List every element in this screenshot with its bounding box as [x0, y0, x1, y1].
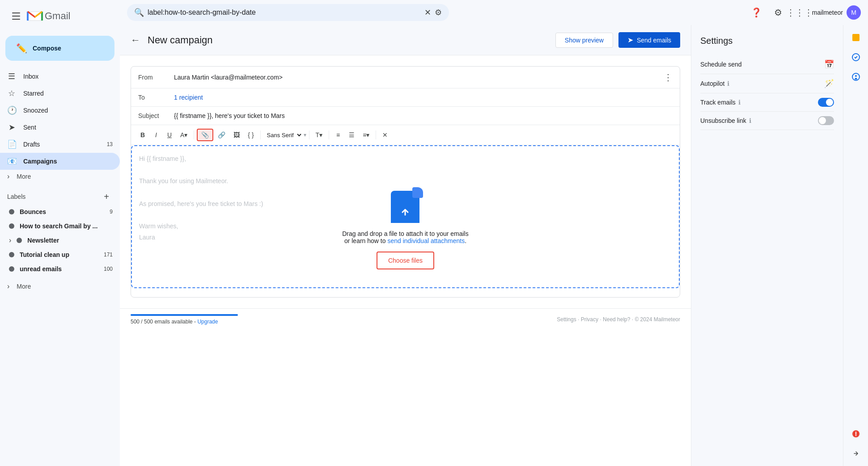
calendar-icon[interactable]: 📅: [824, 59, 834, 69]
remove-formatting-button[interactable]: ✕: [379, 129, 391, 141]
right-sidebar: [843, 25, 868, 466]
send-icon: ➤: [627, 36, 633, 44]
track-emails-toggle[interactable]: [818, 98, 834, 107]
label-name: unread emails: [20, 265, 98, 273]
footer-left: 500 / 500 emails available - Upgrade: [131, 314, 238, 325]
more-labels-item[interactable]: › More: [0, 280, 120, 293]
label-dot-icon: [9, 252, 14, 257]
link-button[interactable]: 🔗: [214, 129, 229, 141]
sidebar-item-campaigns[interactable]: 📧 Campaigns: [0, 153, 120, 170]
inbox-icon: ☰: [7, 71, 16, 81]
text-size-button[interactable]: T▾: [312, 129, 326, 141]
more-options-icon[interactable]: ⋮: [664, 72, 673, 83]
settings-icon[interactable]: ⚙: [769, 4, 787, 21]
label-item-unread-emails[interactable]: unread emails 100: [7, 262, 113, 276]
sidebar-header: Gmail: [0, 4, 120, 29]
choose-files-button[interactable]: Choose files: [377, 252, 434, 269]
sidebar-item-drafts[interactable]: 📄 Drafts 13: [0, 136, 120, 153]
topbar-icons: ❓ ⚙ ⋮⋮⋮ mailmeteor M: [748, 4, 861, 21]
unsubscribe-link-row: Unsubscribe link ℹ: [700, 112, 834, 130]
progress-bar-container: [131, 314, 238, 316]
sidebar-item-starred[interactable]: ☆ Starred: [0, 85, 120, 102]
label-item-tutorial-clean-up[interactable]: Tutorial clean up 171: [7, 248, 113, 262]
upgrade-link[interactable]: Upgrade: [197, 319, 218, 325]
sidebar-item-sent[interactable]: ➤ Sent: [0, 119, 120, 136]
subject-value[interactable]: {{ firstname }}, here's your ticket to M…: [174, 112, 673, 119]
back-button[interactable]: ←: [131, 34, 140, 46]
clear-search-icon[interactable]: ✕: [424, 8, 431, 17]
search-input[interactable]: [148, 8, 421, 17]
svg-point-3: [855, 75, 857, 77]
chevron-right-icon: ›: [9, 236, 11, 244]
italic-button[interactable]: I: [150, 129, 162, 141]
autopilot-row: Autopilot ℹ 🪄: [700, 74, 834, 93]
to-label: To: [138, 94, 174, 101]
autopilot-info-icon[interactable]: ℹ: [727, 80, 729, 87]
numbered-list-button[interactable]: ☰: [345, 129, 358, 141]
user-menu[interactable]: mailmeteor M: [812, 5, 861, 20]
right-panel-icon-3[interactable]: [847, 68, 865, 86]
sidebar-item-inbox[interactable]: ☰ Inbox: [0, 68, 120, 85]
hamburger-menu-icon[interactable]: [7, 7, 25, 25]
bullet-list-button[interactable]: ≡: [332, 129, 344, 141]
email-composer: From Laura Martin <laura@mailmeteor.com>…: [131, 66, 680, 298]
more-nav-item[interactable]: › More: [0, 170, 120, 183]
underline-button[interactable]: U: [163, 129, 176, 141]
font-family-select[interactable]: Sans Serif: [263, 130, 303, 140]
sidebar-item-label: Campaigns: [23, 158, 113, 165]
avatar[interactable]: M: [847, 5, 861, 20]
toolbar-separator: [376, 130, 376, 139]
gmail-logo[interactable]: Gmail: [27, 10, 70, 22]
to-value[interactable]: 1 recipient: [174, 94, 673, 101]
search-bar[interactable]: 🔍 ✕ ⚙: [127, 4, 449, 21]
search-filter-icon[interactable]: ⚙: [435, 8, 442, 17]
drafts-icon: 📄: [7, 139, 16, 149]
campaigns-icon: 📧: [7, 156, 16, 166]
from-value: Laura Martin <laura@mailmeteor.com>: [174, 74, 664, 81]
sidebar-item-label: Drafts: [23, 141, 100, 148]
attachment-button[interactable]: 📎: [197, 129, 213, 141]
upload-icon: [391, 191, 419, 223]
sidebar-item-snoozed[interactable]: 🕐 Snoozed: [0, 102, 120, 119]
label-dot-icon: [9, 209, 14, 214]
email-line-5: Laura: [139, 232, 672, 243]
more-labels-label: More: [17, 283, 31, 290]
label-item-how-to-search[interactable]: How to search Gmail by ...: [7, 219, 113, 233]
right-panel-expand-icon[interactable]: [847, 445, 865, 462]
compose-button[interactable]: ✏️ Compose: [5, 36, 114, 61]
label-name: Bounces: [20, 208, 104, 215]
schedule-send-label: Schedule send: [700, 61, 742, 68]
sidebar-item-label: Snoozed: [23, 107, 113, 114]
text-color-button[interactable]: A▾: [177, 129, 191, 141]
campaign-actions: Show preview ➤ Send emails: [555, 32, 680, 48]
label-dot-icon: [9, 223, 14, 229]
campaign-title: New campaign: [148, 34, 548, 46]
drop-zone[interactable]: Hi {{ firstname }}, Thank you for using …: [131, 145, 680, 288]
subject-field: Subject {{ firstname }}, here's your tic…: [131, 107, 680, 125]
bold-button[interactable]: B: [136, 129, 149, 141]
add-label-button[interactable]: +: [100, 190, 113, 203]
wand-icon[interactable]: 🪄: [824, 79, 834, 88]
help-icon[interactable]: ❓: [748, 4, 766, 21]
email-body-area[interactable]: Hi {{ firstname }}, Thank you for using …: [131, 145, 680, 297]
apps-icon[interactable]: ⋮⋮⋮: [791, 4, 809, 21]
settings-title: Settings: [700, 36, 834, 46]
right-panel-icon-2[interactable]: [847, 48, 865, 66]
unsubscribe-info-icon[interactable]: ℹ: [749, 117, 751, 124]
show-preview-button[interactable]: Show preview: [555, 33, 613, 48]
track-emails-info-icon[interactable]: ℹ: [738, 99, 741, 106]
image-button[interactable]: 🖼: [230, 129, 243, 141]
right-panel-icon-bottom[interactable]: [847, 425, 865, 443]
label-dot-icon: [9, 266, 14, 272]
unsubscribe-link-toggle[interactable]: [818, 116, 834, 125]
label-item-bounces[interactable]: Bounces 9: [7, 205, 113, 219]
send-emails-button[interactable]: ➤ Send emails: [618, 32, 680, 48]
autopilot-label: Autopilot ℹ: [700, 80, 729, 87]
align-button[interactable]: ≡▾: [359, 129, 373, 141]
label-item-newsletter[interactable]: › Newsletter: [7, 233, 113, 248]
labels-title: Labels: [7, 193, 25, 200]
snoozed-icon: 🕐: [7, 105, 16, 115]
template-button[interactable]: { }: [244, 129, 257, 141]
track-emails-row: Track emails ℹ: [700, 93, 834, 112]
right-panel-icon-1[interactable]: [847, 29, 865, 46]
